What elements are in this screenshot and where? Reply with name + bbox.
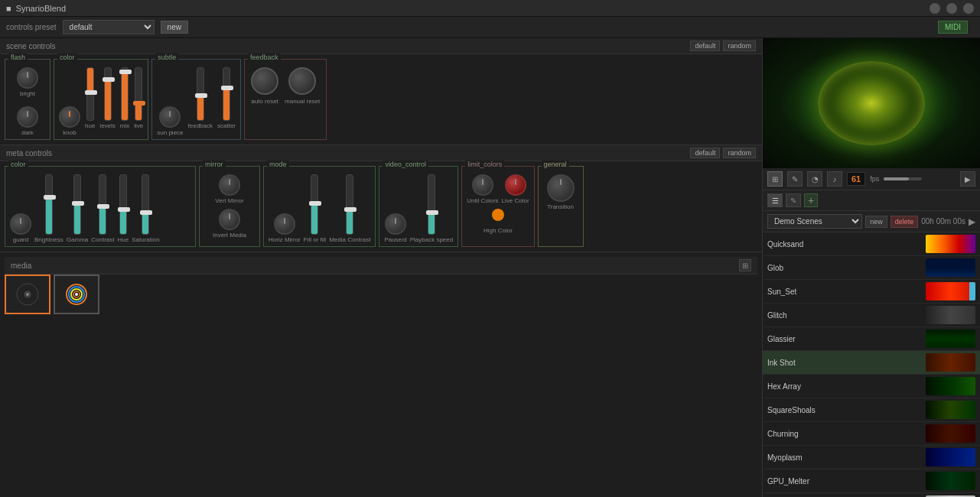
play-scene-button[interactable]: ▶ — [969, 216, 975, 227]
preset-label: controls preset — [6, 23, 57, 31]
hue-meta-fill — [120, 210, 126, 234]
mix-slider-fill — [122, 73, 128, 120]
scene-new-button[interactable]: new — [865, 216, 887, 228]
media-contrast-fill — [347, 210, 353, 234]
flash-group: flash bright dark — [5, 59, 50, 140]
transition-knob[interactable] — [547, 174, 575, 202]
meta-random-button[interactable]: random — [723, 148, 756, 158]
level-slider-wrap: levels — [99, 67, 115, 136]
scene-item-myoplasm[interactable]: Myoplasm — [763, 446, 980, 469]
scene-thumb-myoplasm — [926, 448, 975, 466]
hue-meta-thumb[interactable] — [118, 207, 130, 212]
add-tab-button[interactable]: + — [804, 193, 818, 207]
scene-thumb-sunset — [926, 282, 975, 300]
saturation-slider — [142, 174, 149, 235]
playback-thumb[interactable] — [426, 210, 438, 215]
toolbar: controls preset default new MIDI — [0, 17, 980, 38]
edit-tab[interactable]: ✎ — [786, 193, 801, 207]
fps-label: fps — [870, 175, 879, 183]
scene-item-churning[interactable]: Churning — [763, 422, 980, 446]
list-tab[interactable]: ☰ — [767, 193, 783, 207]
feedback-slider-thumb[interactable] — [195, 93, 207, 98]
vert-mirror-knob[interactable] — [219, 174, 240, 196]
mix-slider-thumb[interactable] — [119, 70, 132, 74]
scene-item-glassier[interactable]: Glassier — [763, 327, 980, 351]
invert-media-knob[interactable] — [219, 209, 240, 230]
media-contrast-label: Media Contrast — [329, 236, 370, 243]
scene-default-button[interactable]: default — [690, 41, 720, 51]
scene-dropdown[interactable]: Demo Scenes — [767, 214, 862, 229]
meta-default-button[interactable]: default — [690, 148, 720, 158]
flash-label: flash — [8, 54, 28, 61]
scene-name-squareshoals: SquareShoals — [767, 406, 920, 414]
scene-item-sunset[interactable]: Sun_Set — [763, 280, 980, 304]
mix-slider-track — [121, 67, 129, 121]
fill-fill — [311, 205, 317, 235]
color-knob[interactable] — [59, 106, 80, 128]
speaker-button[interactable]: ♪ — [827, 171, 842, 187]
brightness-thumb[interactable] — [44, 195, 56, 200]
play-button[interactable]: ▶ — [960, 171, 975, 187]
grid-view-button[interactable]: ⊞ — [767, 171, 783, 187]
new-preset-button[interactable]: new — [161, 21, 188, 34]
sun-knob[interactable] — [159, 106, 181, 128]
meta-video-group: video_control Pause/d Playback speed — [379, 166, 458, 247]
media-contrast-thumb[interactable] — [344, 207, 357, 212]
svg-point-2 — [26, 293, 29, 296]
scene-item-inkshot[interactable]: Ink Shot — [763, 351, 980, 375]
gamma-label: Gamma — [67, 236, 88, 243]
scene-controls-body: flash bright dark — [0, 54, 762, 145]
scene-item-glitch[interactable]: Glitch — [763, 304, 980, 327]
hue-slider-thumb[interactable] — [85, 90, 97, 95]
minimize-button[interactable] — [930, 3, 940, 14]
pause-knob[interactable] — [385, 213, 406, 235]
clock-button[interactable]: ◔ — [807, 171, 822, 187]
titlebar-buttons — [930, 3, 974, 14]
bright-knob[interactable] — [17, 67, 38, 89]
playback-label: Playback speed — [410, 236, 453, 243]
live-slider-thumb[interactable] — [133, 101, 145, 106]
manual-reset-label: manual reset — [285, 98, 320, 105]
until-colors-knob[interactable] — [472, 174, 493, 196]
fill-thumb[interactable] — [309, 201, 321, 206]
saturation-label: Saturation — [132, 236, 159, 243]
level-slider-track — [104, 67, 112, 121]
gamma-thumb[interactable] — [72, 201, 84, 206]
scene-random-button[interactable]: random — [723, 41, 756, 51]
mix-slider-label: mix — [120, 122, 129, 129]
scene-item-glob[interactable]: Glob — [763, 256, 980, 280]
saturation-thumb[interactable] — [140, 210, 152, 215]
meta-mode-label: mode — [267, 161, 289, 168]
auto-reset-btn[interactable] — [251, 67, 278, 95]
media-add-button[interactable]: ⊞ — [739, 259, 751, 271]
guard-knob-wrap: guard — [10, 213, 31, 243]
hue-slider-track — [86, 67, 94, 121]
horiz-mirror-knob[interactable] — [274, 213, 295, 235]
maximize-button[interactable] — [946, 3, 957, 14]
scene-item-quicksand[interactable]: Quicksand — [763, 232, 980, 256]
midi-button[interactable]: MIDI — [938, 21, 968, 34]
media-item[interactable] — [5, 274, 50, 314]
live-color-label: Live Color — [502, 197, 529, 204]
dark-knob[interactable] — [17, 106, 38, 128]
live-color-knob[interactable] — [505, 174, 526, 196]
live-slider-label: live — [134, 122, 143, 129]
scene-item-hexarray[interactable]: Hex Array — [763, 375, 980, 398]
scene-item-squareshoals[interactable]: SquareShoals — [763, 398, 980, 422]
preset-select[interactable]: default — [63, 20, 155, 34]
level-slider-thumb[interactable] — [103, 77, 115, 82]
guard-knob[interactable] — [10, 213, 31, 235]
hue-meta-label: Hue — [117, 236, 129, 243]
feedback-slider-label: feedback — [188, 122, 213, 129]
scene-item-gpumelter[interactable]: GPU_Melter — [763, 469, 980, 493]
meta-color-label: color — [8, 161, 28, 168]
manual-reset-btn[interactable] — [288, 67, 316, 95]
media-item[interactable] — [54, 274, 99, 314]
contrast-thumb[interactable] — [97, 204, 109, 209]
brush-button[interactable]: ✎ — [787, 171, 803, 187]
meta-controls-title: meta controls — [6, 149, 52, 158]
scene-item-testcard[interactable]: Test Card — [763, 493, 980, 497]
close-button[interactable] — [963, 3, 974, 14]
scene-delete-button[interactable]: delete — [890, 216, 919, 228]
scatter-slider-thumb[interactable] — [221, 86, 233, 90]
